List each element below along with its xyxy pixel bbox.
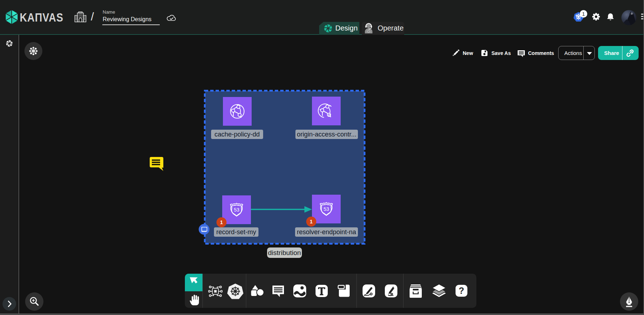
svg-text:?: ? bbox=[459, 286, 464, 296]
svg-text:53: 53 bbox=[323, 206, 329, 212]
svg-text:53: 53 bbox=[234, 207, 239, 213]
